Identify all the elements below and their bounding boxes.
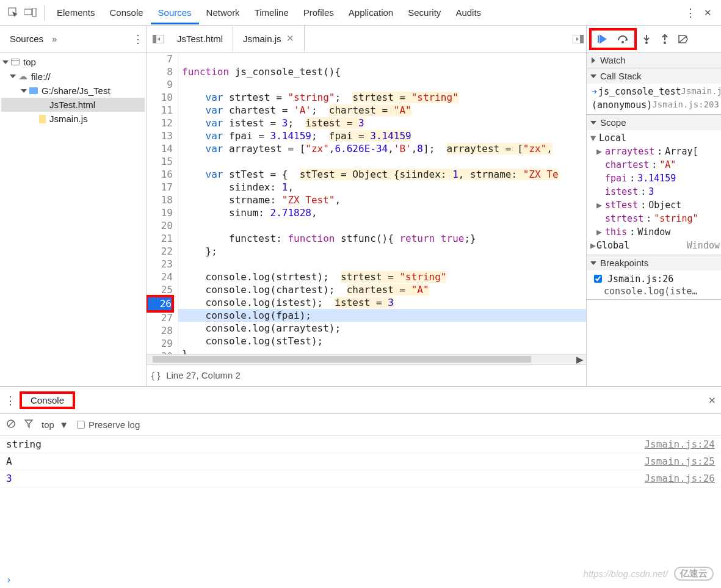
breakpoint-item[interactable]: Jsmain.js:26console.log(iste… <box>589 272 721 297</box>
tab-profiles[interactable]: Profiles <box>296 1 341 24</box>
sources-tab[interactable]: Sources <box>2 29 51 49</box>
close-devtools-icon[interactable]: ✕ <box>699 4 716 21</box>
scope-local[interactable]: ▼Local <box>589 131 721 145</box>
tree-folder[interactable]: G:/share/Js_Test <box>1 84 145 98</box>
tab-sources[interactable]: Sources <box>151 1 199 24</box>
debugger-panel: Watch Call Stack ➔js_console_testJsmain.… <box>587 26 721 386</box>
filter-icon[interactable] <box>24 419 33 430</box>
console-message: AJsmain.js:25 <box>0 453 721 470</box>
show-navigator-icon[interactable] <box>149 30 167 48</box>
sources-navigator: Sources » ⋮ top ☁file:// G:/share/Js_Tes… <box>0 26 147 386</box>
scope-var[interactable]: ▶this:Window <box>589 225 721 239</box>
file-tab-js[interactable]: Jsmain.js✕ <box>233 26 305 52</box>
code-area[interactable]: function js_console_test(){ var strtest … <box>178 53 586 354</box>
tab-audits[interactable]: Audits <box>448 1 488 24</box>
tree-top-frame[interactable]: top <box>1 55 145 69</box>
horizontal-scrollbar[interactable]: ▶ <box>147 354 586 364</box>
watermark: https://blog.csdn.net/ 亿速云 <box>584 567 714 581</box>
svg-rect-2 <box>32 8 36 16</box>
svg-line-12 <box>9 421 13 426</box>
drawer-menu-icon[interactable]: ⋮ <box>5 394 16 407</box>
svg-rect-6 <box>580 35 584 43</box>
tab-console[interactable]: Console <box>103 1 151 24</box>
inspect-element-icon[interactable] <box>5 4 22 21</box>
callstack-section-header[interactable]: Call Stack <box>587 68 721 84</box>
cursor-position: Line 27, Column 2 <box>166 370 241 380</box>
step-over-button[interactable] <box>615 31 632 48</box>
tree-origin[interactable]: ☁file:// <box>1 69 145 84</box>
resume-button[interactable] <box>594 31 611 48</box>
tree-file-html[interactable]: JsTest.html <box>1 98 145 112</box>
scope-var[interactable]: istest:3 <box>589 185 721 198</box>
context-selector[interactable]: top ▼ <box>42 419 68 430</box>
tab-security[interactable]: Security <box>400 1 448 24</box>
device-toggle-icon[interactable] <box>22 4 39 21</box>
tab-network[interactable]: Network <box>199 1 247 24</box>
more-tabs-icon[interactable]: » <box>52 34 57 44</box>
sidebar-menu-icon[interactable]: ⋮ <box>132 32 143 46</box>
console-message: 3Jsmain.js:26 <box>0 470 721 487</box>
clear-console-icon[interactable] <box>6 419 16 430</box>
svg-point-7 <box>621 41 624 43</box>
step-into-button[interactable] <box>638 31 655 48</box>
breakpoints-section-header[interactable]: Breakpoints <box>587 255 721 270</box>
preserve-log-checkbox[interactable]: Preserve log <box>77 419 140 430</box>
deactivate-breakpoints-icon[interactable] <box>675 31 692 48</box>
close-drawer-icon[interactable]: ✕ <box>708 395 716 406</box>
scope-var[interactable]: ▶stTest:Object <box>589 198 721 212</box>
step-out-button[interactable] <box>656 31 673 48</box>
svg-rect-4 <box>153 35 156 43</box>
tree-file-js[interactable]: Jsmain.js <box>1 112 145 126</box>
console-tab[interactable]: Console <box>23 393 71 408</box>
scope-var[interactable]: fpai:3.14159 <box>589 172 721 185</box>
console-drawer: ⋮ Console ✕ top ▼ Preserve log stringJsm… <box>0 387 721 588</box>
scope-var[interactable]: ▶arraytest:Array[ <box>589 145 721 158</box>
scope-var[interactable]: chartest:"A" <box>589 158 721 172</box>
svg-line-10 <box>679 36 687 42</box>
code-editor: JsTest.html Jsmain.js✕ 78910111213141516… <box>147 26 587 386</box>
watch-section-header[interactable]: Watch <box>587 53 721 68</box>
callstack-frame[interactable]: (anonymous)Jsmain.js:203 <box>589 98 721 112</box>
scope-section-header[interactable]: Scope <box>587 115 721 130</box>
callstack-frame[interactable]: ➔js_console_testJsmain.js:27 <box>589 85 721 98</box>
svg-rect-1 <box>24 9 32 15</box>
more-menu-icon[interactable]: ⋮ <box>682 4 699 21</box>
tab-elements[interactable]: Elements <box>49 1 103 24</box>
line-gutter[interactable]: 7891011121314151617181920212223242526272… <box>147 53 178 354</box>
scope-var[interactable]: strtest:"string" <box>589 212 721 225</box>
console-message: stringJsmain.js:24 <box>0 436 721 453</box>
svg-point-8 <box>645 42 648 44</box>
tab-application[interactable]: Application <box>341 1 400 24</box>
scope-global[interactable]: ▶GlobalWindow <box>589 239 721 252</box>
file-tab-html[interactable]: JsTest.html <box>167 26 233 52</box>
devtools-main-tabs: ElementsConsoleSourcesNetworkTimelinePro… <box>0 0 721 26</box>
pretty-print-icon[interactable]: { } <box>151 370 160 380</box>
show-debugger-icon[interactable] <box>570 31 586 47</box>
close-tab-icon[interactable]: ✕ <box>286 33 294 44</box>
svg-point-9 <box>664 42 666 44</box>
tab-timeline[interactable]: Timeline <box>247 1 296 24</box>
